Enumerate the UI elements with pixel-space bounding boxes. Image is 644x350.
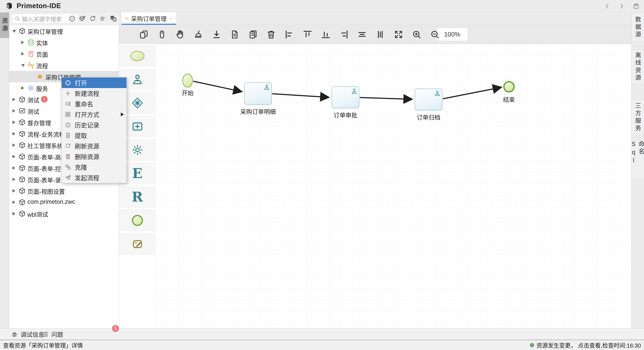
collapsed-arrow-icon[interactable] — [12, 166, 15, 170]
status-bar: 查看资源「采购订单管理」详情 资源发生变更， 点击查看,检查时间:16:30 — [0, 340, 644, 350]
distribute-vertical-icon[interactable] — [375, 30, 385, 40]
menu-item-提取[interactable]: 提取 — [62, 130, 126, 141]
trash-icon[interactable] — [266, 30, 276, 40]
tree-item-label: wbl测试 — [28, 210, 48, 219]
node-label: 订单审批 — [317, 111, 374, 119]
tree-item-label: 实体 — [36, 39, 48, 47]
duplicate-icon[interactable] — [139, 30, 149, 40]
align-bottom-icon[interactable] — [321, 30, 331, 40]
nav-forward-icon[interactable] — [618, 3, 625, 10]
tree-item-com.primeton.zwc[interactable]: com.primeton.zwc — [9, 197, 119, 208]
menu-item-打开[interactable]: 打开 — [62, 78, 126, 88]
package-icon — [19, 28, 26, 35]
rail-tab-resources[interactable]: 资源 — [0, 13, 9, 38]
collapsed-arrow-icon[interactable] — [12, 132, 15, 135]
collapsed-arrow-icon[interactable] — [12, 120, 15, 124]
zoom-level[interactable]: 100% — [437, 28, 468, 41]
node-开始[interactable] — [182, 74, 193, 88]
broom-icon[interactable] — [193, 30, 204, 40]
palette-end-event[interactable] — [119, 210, 156, 231]
palette-rule-r[interactable]: R — [119, 186, 156, 208]
canvas-toolbar: 100% — [119, 25, 631, 44]
node-采购订单明细[interactable] — [244, 82, 272, 105]
tree-item-流程[interactable]: 流程 — [9, 60, 119, 71]
rail-tab-离线资源[interactable]: 离线资源 — [632, 49, 644, 85]
rail-tab-三方服务[interactable]: 三方服务 — [632, 100, 644, 135]
box-plus-icon[interactable] — [79, 15, 86, 22]
tab-purchase-order[interactable]: 采购订单管理 — [122, 12, 176, 25]
menu-item-发起流程[interactable]: 发起流程 — [62, 172, 126, 183]
node-label: 订单归档 — [400, 113, 457, 121]
person-icon — [264, 84, 270, 90]
document-icon[interactable] — [230, 30, 240, 40]
expanded-arrow-icon[interactable] — [21, 64, 25, 67]
menu-item-新建流程[interactable]: 新建流程 — [62, 88, 126, 99]
bottom-tab-label: 问题 — [51, 330, 63, 338]
menu-item-刷新资源[interactable]: 刷新资源 — [62, 141, 126, 151]
collapsed-arrow-icon[interactable] — [12, 201, 15, 204]
menu-item-克隆[interactable]: 克隆 — [62, 162, 126, 172]
tree-item-页面-视图设置[interactable]: 页面-视图设置 — [9, 185, 119, 197]
bottom-tab-调试信息[interactable]: 调试信息 — [11, 328, 44, 340]
resource-change-status[interactable]: 资源发生变更， 点击查看,检查时间:16:30 — [530, 341, 641, 349]
collapsed-arrow-icon[interactable] — [21, 86, 24, 90]
tree-item-实体[interactable]: 实体 — [9, 37, 119, 48]
tree-item-wbl测试[interactable]: wbl测试 — [9, 208, 119, 219]
fit-screen-icon[interactable] — [394, 30, 404, 40]
zoom-in-icon[interactable] — [412, 30, 422, 40]
tab-close-icon[interactable] — [169, 15, 172, 22]
bottom-tab-问题[interactable]: 问题5 — [42, 328, 63, 340]
palette-start-event[interactable] — [119, 45, 156, 67]
download-icon[interactable] — [212, 30, 222, 40]
resource-dot-icon — [38, 75, 42, 79]
menu-item-重命名[interactable]: 重命名 — [62, 99, 126, 109]
node-订单归档[interactable] — [415, 88, 442, 110]
tree-item-label: 服务 — [36, 84, 48, 93]
person-icon — [434, 90, 440, 97]
documents-icon[interactable] — [248, 30, 258, 40]
hand-icon[interactable] — [175, 30, 185, 40]
zoom-out-icon[interactable] — [430, 30, 440, 40]
tree-item-采购订单管理[interactable]: 采购订单管理 — [9, 25, 119, 37]
collapsed-arrow-icon[interactable] — [12, 155, 15, 158]
align-top-icon[interactable] — [302, 30, 312, 40]
rail-tab-数据源[interactable]: 数据源 — [632, 13, 644, 42]
refresh-icon[interactable] — [89, 15, 96, 22]
distribute-horizontal-icon[interactable] — [357, 30, 367, 40]
flow-canvas[interactable]: ER 开始采购订单明细订单审批订单归档结束 — [119, 44, 631, 328]
expanded-arrow-icon[interactable] — [12, 30, 16, 33]
translate-icon[interactable]: En文 — [110, 15, 117, 22]
menu-item-label: 打开 — [75, 78, 87, 87]
gear-icon — [131, 144, 144, 156]
align-right-icon[interactable] — [339, 30, 349, 40]
collapsed-arrow-icon[interactable] — [21, 41, 24, 44]
menu-item-打开方式[interactable]: 打开方式 — [62, 109, 126, 120]
collapsed-arrow-icon[interactable] — [12, 189, 15, 193]
status-message: 查看资源「采购订单管理」详情 — [3, 341, 83, 349]
list-caret-icon[interactable] — [100, 15, 106, 22]
menu-item-删除资源[interactable]: 删除资源 — [62, 151, 126, 162]
mouse-icon[interactable] — [157, 30, 167, 40]
collapsed-arrow-icon[interactable] — [12, 98, 15, 101]
collapsed-arrow-icon[interactable] — [12, 109, 15, 113]
search-icon — [14, 16, 20, 22]
menu-item-label: 重命名 — [75, 99, 93, 108]
align-left-icon[interactable] — [284, 30, 294, 40]
node-结束[interactable] — [503, 81, 515, 92]
package-icon — [19, 142, 26, 149]
collapsed-arrow-icon[interactable] — [12, 212, 15, 215]
palette-annotation-edit[interactable] — [119, 233, 156, 255]
menu-item-历史记录[interactable]: 历史记录 — [62, 120, 126, 130]
search-input[interactable]: 输入关键字搜索 — [12, 14, 78, 24]
nav-back-icon[interactable] — [604, 3, 611, 10]
node-订单审批[interactable] — [332, 86, 359, 108]
collapsed-arrow-icon[interactable] — [12, 178, 15, 181]
save-icon[interactable] — [632, 3, 640, 10]
tree-item-页面[interactable]: 页面 — [9, 48, 119, 60]
rail-tab-命名Sql[interactable]: 命名Sql — [632, 140, 644, 179]
page-icon — [28, 50, 34, 57]
collapsed-arrow-icon[interactable] — [12, 143, 15, 147]
gateway-icon — [131, 97, 144, 109]
ai-icon[interactable]: AI — [68, 15, 76, 22]
collapsed-arrow-icon[interactable] — [21, 52, 24, 56]
